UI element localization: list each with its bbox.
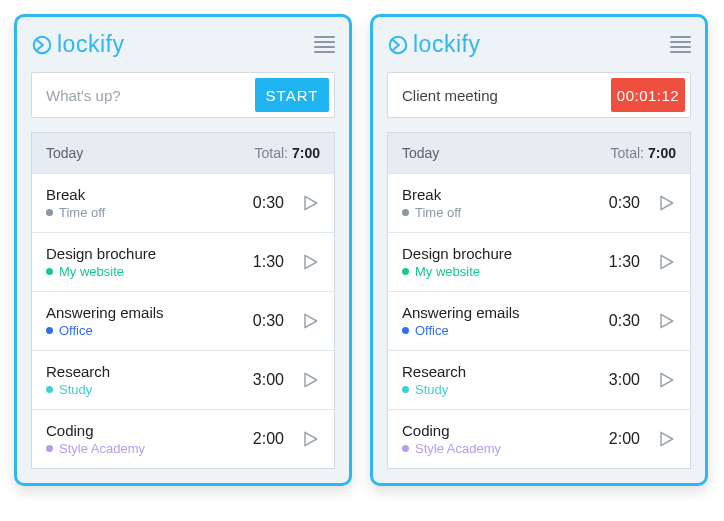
play-icon[interactable] <box>300 428 320 450</box>
header: lockify <box>387 31 691 58</box>
brand-name: lockify <box>57 31 124 58</box>
project-dot-icon <box>402 268 409 275</box>
project-dot-icon <box>46 209 53 216</box>
entry-title: Coding <box>402 422 609 439</box>
entries-list: TodayTotal:7:00BreakTime off0:30Design b… <box>31 132 335 469</box>
brand-name: lockify <box>413 31 480 58</box>
project-dot-icon <box>46 445 53 452</box>
entry-duration: 0:30 <box>253 312 284 330</box>
entry-project: Office <box>46 323 253 338</box>
entry-info: Answering emailsOffice <box>46 304 253 338</box>
entry-title: Break <box>46 186 253 203</box>
total-label: Total: <box>255 145 288 161</box>
entry-duration: 3:00 <box>253 371 284 389</box>
time-entry: CodingStyle Academy2:00 <box>388 409 690 468</box>
time-entry: CodingStyle Academy2:00 <box>32 409 334 468</box>
tracker-input-row: 00:01:12 <box>387 72 691 118</box>
project-name: My website <box>415 264 480 279</box>
entry-info: Design brochureMy website <box>46 245 253 279</box>
entry-duration: 1:30 <box>609 253 640 271</box>
entry-info: ResearchStudy <box>402 363 609 397</box>
play-icon[interactable] <box>656 369 676 391</box>
project-name: Study <box>415 382 448 397</box>
project-dot-icon <box>402 327 409 334</box>
entry-title: Design brochure <box>46 245 253 262</box>
play-icon[interactable] <box>300 192 320 214</box>
play-icon[interactable] <box>656 192 676 214</box>
play-icon[interactable] <box>300 310 320 332</box>
total-wrapper: Total:7:00 <box>611 145 677 161</box>
time-entry: Design brochureMy website1:30 <box>32 232 334 291</box>
entry-info: CodingStyle Academy <box>402 422 609 456</box>
total-value: 7:00 <box>292 145 320 161</box>
entry-info: CodingStyle Academy <box>46 422 253 456</box>
entry-duration: 2:00 <box>609 430 640 448</box>
entry-project: Time off <box>46 205 253 220</box>
project-dot-icon <box>46 268 53 275</box>
time-entry: BreakTime off0:30 <box>388 173 690 232</box>
entry-duration: 3:00 <box>609 371 640 389</box>
total-value: 7:00 <box>648 145 676 161</box>
time-entry: BreakTime off0:30 <box>32 173 334 232</box>
project-name: Study <box>59 382 92 397</box>
entry-project: Study <box>46 382 253 397</box>
task-description-input[interactable] <box>32 73 250 117</box>
entry-title: Answering emails <box>46 304 253 321</box>
entry-title: Coding <box>46 422 253 439</box>
entry-title: Answering emails <box>402 304 609 321</box>
project-name: My website <box>59 264 124 279</box>
project-dot-icon <box>46 327 53 334</box>
entries-list: TodayTotal:7:00BreakTime off0:30Design b… <box>387 132 691 469</box>
project-name: Time off <box>59 205 105 220</box>
time-entry: ResearchStudy3:00 <box>32 350 334 409</box>
menu-icon[interactable] <box>670 36 691 53</box>
play-icon[interactable] <box>656 428 676 450</box>
play-icon[interactable] <box>300 251 320 273</box>
entry-title: Break <box>402 186 609 203</box>
project-name: Style Academy <box>415 441 501 456</box>
entry-project: Time off <box>402 205 609 220</box>
project-dot-icon <box>402 445 409 452</box>
tracker-input-row: START <box>31 72 335 118</box>
logo: lockify <box>31 31 124 58</box>
time-entry: ResearchStudy3:00 <box>388 350 690 409</box>
start-button[interactable]: START <box>255 78 329 112</box>
entry-project: Style Academy <box>402 441 609 456</box>
entry-project: Style Academy <box>46 441 253 456</box>
entry-info: ResearchStudy <box>46 363 253 397</box>
clock-logo-icon <box>31 34 53 56</box>
entry-info: Answering emailsOffice <box>402 304 609 338</box>
entry-title: Design brochure <box>402 245 609 262</box>
project-name: Style Academy <box>59 441 145 456</box>
play-icon[interactable] <box>300 369 320 391</box>
entry-info: BreakTime off <box>402 186 609 220</box>
time-entry: Answering emailsOffice0:30 <box>388 291 690 350</box>
task-description-input[interactable] <box>388 73 606 117</box>
entry-project: Study <box>402 382 609 397</box>
entry-duration: 2:00 <box>253 430 284 448</box>
app-panel: lockifySTARTTodayTotal:7:00BreakTime off… <box>14 14 352 486</box>
total-label: Total: <box>611 145 644 161</box>
entry-duration: 1:30 <box>253 253 284 271</box>
logo: lockify <box>387 31 480 58</box>
entry-duration: 0:30 <box>253 194 284 212</box>
time-entry: Design brochureMy website1:30 <box>388 232 690 291</box>
today-label: Today <box>46 145 83 161</box>
menu-icon[interactable] <box>314 36 335 53</box>
entry-project: My website <box>402 264 609 279</box>
list-header: TodayTotal:7:00 <box>32 133 334 173</box>
entry-info: Design brochureMy website <box>402 245 609 279</box>
project-name: Time off <box>415 205 461 220</box>
entry-project: My website <box>46 264 253 279</box>
project-dot-icon <box>46 386 53 393</box>
time-entry: Answering emailsOffice0:30 <box>32 291 334 350</box>
stop-timer-button[interactable]: 00:01:12 <box>611 78 685 112</box>
project-dot-icon <box>402 386 409 393</box>
entry-info: BreakTime off <box>46 186 253 220</box>
header: lockify <box>31 31 335 58</box>
entry-project: Office <box>402 323 609 338</box>
entry-title: Research <box>402 363 609 380</box>
entry-title: Research <box>46 363 253 380</box>
play-icon[interactable] <box>656 310 676 332</box>
play-icon[interactable] <box>656 251 676 273</box>
